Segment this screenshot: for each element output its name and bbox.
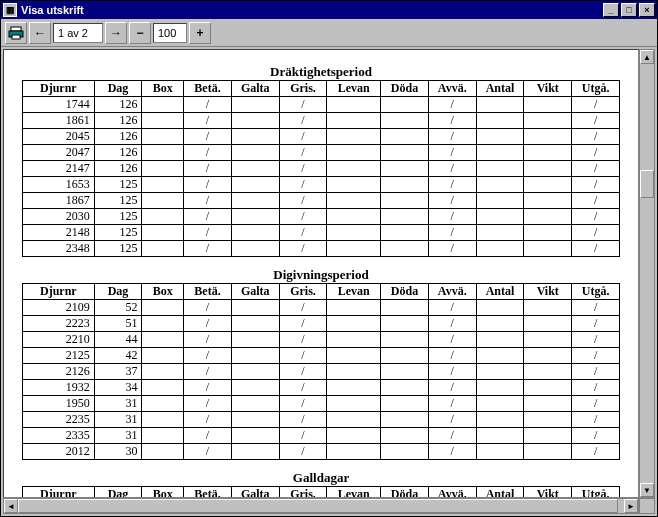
table-cell — [381, 316, 429, 332]
scroll-down-button[interactable]: ▼ — [640, 483, 654, 497]
table-cell: / — [428, 316, 476, 332]
table-cell — [524, 300, 572, 316]
table-cell — [381, 300, 429, 316]
column-header: Box — [142, 487, 184, 499]
table-cell — [381, 396, 429, 412]
table-cell: / — [184, 193, 232, 209]
table-cell — [381, 193, 429, 209]
table-cell: / — [184, 113, 232, 129]
table-cell: / — [184, 412, 232, 428]
table-cell: / — [279, 428, 327, 444]
table-cell: 2012 — [23, 444, 95, 460]
column-header: Avvä. — [428, 284, 476, 300]
table-cell — [142, 97, 184, 113]
table-cell — [524, 380, 572, 396]
vertical-scrollbar[interactable]: ▲ ▼ — [639, 49, 655, 498]
table-cell: 1950 — [23, 396, 95, 412]
table-cell — [327, 428, 381, 444]
table-cell — [524, 177, 572, 193]
table-cell: / — [279, 332, 327, 348]
table-cell: 2210 — [23, 332, 95, 348]
table-cell — [142, 177, 184, 193]
table-cell: 2148 — [23, 225, 95, 241]
table-cell — [231, 97, 279, 113]
table-cell — [524, 444, 572, 460]
table-row: 1867125//// — [23, 193, 620, 209]
table-cell — [524, 225, 572, 241]
column-header: Djurnr — [23, 487, 95, 499]
prev-page-button[interactable]: ← — [29, 22, 51, 44]
table-cell — [524, 241, 572, 257]
table-row: 2348125//// — [23, 241, 620, 257]
table-cell: / — [572, 161, 620, 177]
column-header: Betä. — [184, 284, 232, 300]
table-cell: / — [572, 364, 620, 380]
column-header: Utgå. — [572, 487, 620, 499]
table-cell — [476, 177, 524, 193]
horizontal-scrollbar[interactable]: ◄ ► — [3, 498, 639, 514]
table-row: 212637//// — [23, 364, 620, 380]
print-button[interactable] — [5, 22, 27, 44]
table-cell: / — [572, 316, 620, 332]
table-cell: / — [572, 332, 620, 348]
table-cell: 1932 — [23, 380, 95, 396]
table-cell — [142, 412, 184, 428]
table-cell: / — [279, 348, 327, 364]
table-cell: / — [572, 129, 620, 145]
table-cell: 31 — [94, 412, 142, 428]
zoom-out-button[interactable]: − — [129, 22, 151, 44]
table-cell: / — [184, 348, 232, 364]
maximize-button[interactable]: □ — [621, 3, 637, 17]
titlebar: ▦ Visa utskrift _ □ × — [1, 1, 657, 19]
table-cell — [476, 380, 524, 396]
svg-rect-0 — [11, 27, 21, 31]
table-cell: / — [428, 380, 476, 396]
table-cell — [231, 396, 279, 412]
table-cell — [524, 412, 572, 428]
scroll-left-button[interactable]: ◄ — [4, 499, 18, 513]
table-row: 195031//// — [23, 396, 620, 412]
table-cell — [476, 145, 524, 161]
table-cell — [142, 161, 184, 177]
table-cell — [524, 161, 572, 177]
table-cell: / — [572, 177, 620, 193]
table-cell: / — [184, 300, 232, 316]
table-cell: / — [572, 225, 620, 241]
vscroll-thumb[interactable] — [640, 170, 654, 198]
table-cell — [231, 332, 279, 348]
table-cell — [381, 241, 429, 257]
table-row: 210952//// — [23, 300, 620, 316]
table-cell — [381, 209, 429, 225]
table-cell — [142, 428, 184, 444]
table-cell: 31 — [94, 428, 142, 444]
column-header: Döda — [381, 487, 429, 499]
table-row: 2030125//// — [23, 209, 620, 225]
zoom-in-button[interactable]: + — [189, 22, 211, 44]
close-button[interactable]: × — [639, 3, 655, 17]
table-cell — [231, 444, 279, 460]
table-cell — [476, 428, 524, 444]
table-cell: / — [428, 161, 476, 177]
hscroll-thumb[interactable] — [18, 499, 618, 513]
preview-area: DräktighetsperiodDjurnrDagBoxBetä.GaltaG… — [3, 49, 639, 498]
zoom-field[interactable]: 100 — [153, 23, 187, 43]
table-cell: / — [184, 161, 232, 177]
next-page-button[interactable]: → — [105, 22, 127, 44]
table-cell: / — [572, 428, 620, 444]
column-header: Döda — [381, 284, 429, 300]
table-cell: / — [279, 316, 327, 332]
table-cell — [524, 145, 572, 161]
column-header: Antal — [476, 487, 524, 499]
table-cell — [142, 348, 184, 364]
column-header: Dag — [94, 81, 142, 97]
page-field[interactable]: 1 av 2 — [53, 23, 103, 43]
table-cell — [476, 193, 524, 209]
column-header: Box — [142, 284, 184, 300]
scroll-up-button[interactable]: ▲ — [640, 50, 654, 64]
minimize-button[interactable]: _ — [603, 3, 619, 17]
table-cell: / — [184, 241, 232, 257]
table-cell: / — [428, 412, 476, 428]
scroll-right-button[interactable]: ► — [624, 499, 638, 513]
table-cell — [231, 193, 279, 209]
table-cell: / — [428, 241, 476, 257]
